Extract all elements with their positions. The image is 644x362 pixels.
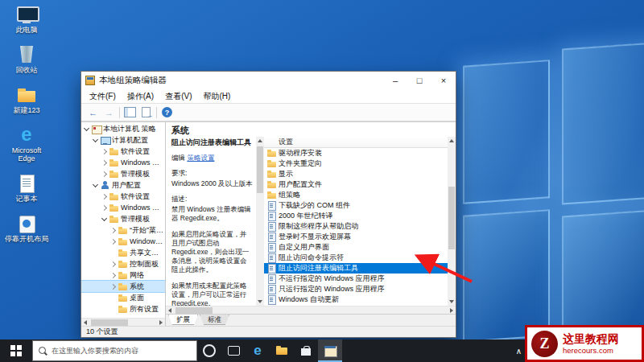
menu-item[interactable]: 查看(V) — [159, 91, 197, 102]
scroll-up-button[interactable] — [256, 137, 264, 145]
tree-item[interactable]: 软件设置 — [81, 191, 165, 202]
toolbar-icon[interactable] — [155, 105, 158, 119]
expander-icon[interactable] — [101, 216, 108, 222]
tree-item[interactable]: 计算机配置 — [81, 134, 165, 146]
results-horizontal-scrollbar[interactable] — [166, 306, 456, 314]
tree-item[interactable]: Windows 组件 — [81, 236, 165, 247]
taskbar-app-button[interactable] — [318, 339, 342, 362]
tree-item[interactable]: 所有设置 — [81, 303, 165, 315]
tree-item[interactable]: Windows 设置 — [81, 157, 165, 168]
tree-item[interactable]: 用户配置 — [81, 179, 165, 191]
expander-icon[interactable] — [93, 182, 99, 188]
taskbar-search[interactable] — [32, 340, 197, 361]
tree-item[interactable]: 网络 — [81, 269, 165, 281]
scroll-thumb[interactable] — [175, 307, 213, 314]
tree-item[interactable]: 系统 — [81, 281, 165, 292]
toolbar-icon[interactable] — [139, 105, 153, 119]
expander-icon[interactable] — [93, 137, 99, 143]
window-titlebar[interactable]: 本地组策略编辑器 – □ × — [81, 72, 456, 89]
settings-list-item[interactable]: 用户配置文件 — [264, 179, 448, 190]
menu-item[interactable]: 帮助(H) — [197, 91, 236, 102]
scroll-down-button[interactable] — [448, 298, 456, 306]
toolbar-icon[interactable] — [123, 105, 137, 119]
expander-icon[interactable] — [101, 193, 108, 200]
expander-icon[interactable] — [84, 125, 90, 132]
settings-list-item[interactable]: 下载缺少的 COM 组件 — [264, 200, 448, 211]
expander-icon[interactable] — [101, 171, 108, 177]
scroll-up-button[interactable] — [448, 137, 456, 145]
settings-list-item[interactable]: 阻止访问命令提示符 — [264, 253, 448, 263]
maximize-button[interactable]: □ — [407, 72, 431, 89]
edit-policy-setting-link[interactable]: 策略设置 — [187, 154, 214, 162]
scroll-thumb[interactable] — [448, 187, 455, 249]
expander-icon[interactable] — [110, 249, 117, 256]
tree-item[interactable]: Windows 设置 — [81, 202, 165, 213]
desktop-icon[interactable]: 新建123 — [3, 85, 50, 114]
settings-list-scrollbar[interactable] — [448, 137, 456, 306]
settings-list-item[interactable]: 登录时不显示欢迎屏幕 — [264, 232, 448, 242]
menu-item[interactable]: 操作(A) — [122, 91, 159, 102]
toolbar-icon[interactable] — [160, 105, 174, 119]
tree-item[interactable]: “开始”菜单和... — [81, 224, 165, 236]
settings-list-item[interactable]: 只运行指定的 Windows 应用程序 — [264, 284, 448, 294]
settings-column-header[interactable]: 设置 — [264, 137, 448, 148]
expander-icon[interactable] — [101, 159, 108, 166]
settings-list-item[interactable]: 2000 年世纪转译 — [264, 211, 448, 221]
tree-item[interactable]: 管理模板 — [81, 213, 165, 224]
tree-item[interactable]: 软件设置 — [81, 146, 165, 157]
tree-item[interactable]: 本地计算机 策略 — [81, 123, 165, 134]
settings-list-item[interactable]: 显示 — [264, 169, 448, 179]
view-tab[interactable]: 扩展 — [168, 315, 198, 325]
taskbar-app-button[interactable] — [197, 339, 221, 362]
scroll-track[interactable] — [256, 145, 264, 298]
taskbar-app-button[interactable] — [221, 339, 246, 362]
settings-list-item[interactable]: 自定义用户界面 — [264, 242, 448, 253]
toolbar-icon[interactable] — [102, 105, 116, 119]
tree-item[interactable]: 共享文件夹 — [81, 247, 165, 258]
search-input[interactable] — [52, 347, 192, 355]
taskbar-app-button[interactable] — [270, 339, 294, 362]
scroll-track[interactable] — [448, 145, 456, 298]
scroll-track[interactable] — [89, 319, 157, 326]
close-button[interactable]: × — [431, 72, 456, 89]
desktop-icon[interactable]: Microsoft Edge — [3, 125, 50, 162]
tree-item[interactable]: 桌面 — [81, 292, 165, 303]
settings-list-item[interactable]: 限制这些程序从帮助启动 — [264, 221, 448, 232]
settings-list-item[interactable]: 阻止访问注册表编辑工具 — [264, 263, 448, 274]
taskbar-app-button[interactable] — [294, 339, 318, 362]
tray-chevron-icon[interactable]: ∧ — [516, 347, 522, 356]
scroll-track[interactable] — [174, 306, 448, 314]
scroll-down-button[interactable] — [256, 298, 264, 306]
tree-item[interactable]: 控制面板 — [81, 258, 165, 269]
toolbar-icon[interactable] — [86, 105, 100, 119]
expander-icon[interactable] — [110, 272, 117, 278]
expander-icon[interactable] — [110, 238, 117, 245]
toolbar-icon[interactable] — [118, 105, 121, 119]
settings-list-item[interactable]: Windows 自动更新 — [264, 294, 448, 305]
scroll-thumb[interactable] — [91, 319, 128, 326]
expander-icon[interactable] — [110, 306, 117, 312]
view-tab[interactable]: 标准 — [200, 315, 229, 325]
settings-list-item[interactable]: 不运行指定的 Windows 应用程序 — [264, 274, 448, 284]
description-scrollbar[interactable] — [256, 137, 264, 306]
scroll-thumb[interactable] — [257, 146, 263, 193]
expander-icon[interactable] — [101, 148, 108, 154]
start-button[interactable] — [0, 339, 32, 362]
tree-item[interactable]: 管理模板 — [81, 168, 165, 179]
expander-icon[interactable] — [110, 294, 117, 301]
desktop-icon[interactable]: 此电脑 — [3, 5, 50, 34]
settings-list-item[interactable]: 驱动程序安装 — [264, 148, 448, 158]
desktop-icon[interactable]: 记事本 — [3, 174, 50, 203]
expander-icon[interactable] — [110, 227, 117, 233]
desktop-icon[interactable]: 回收站 — [3, 45, 50, 74]
desktop-icon[interactable]: 停靠开机布局 — [3, 214, 50, 243]
settings-list-item[interactable]: 组策略 — [264, 190, 448, 200]
expander-icon[interactable] — [110, 283, 117, 290]
expander-icon[interactable] — [101, 204, 108, 211]
menu-item[interactable]: 文件(F) — [84, 91, 122, 102]
minimize-button[interactable]: – — [383, 72, 407, 89]
tree-horizontal-scrollbar[interactable] — [81, 318, 165, 326]
taskbar-app-button[interactable] — [246, 339, 270, 362]
expander-icon[interactable] — [110, 261, 117, 267]
settings-list-item[interactable]: 文件夹重定向 — [264, 158, 448, 169]
